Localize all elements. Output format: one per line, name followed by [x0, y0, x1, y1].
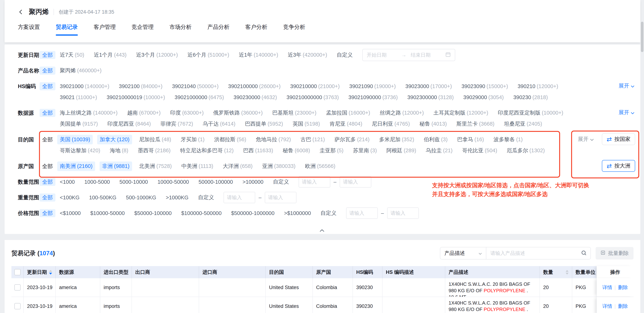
filter-option-chip[interactable]: 洪都拉斯(56): [214, 136, 246, 143]
filter-option-chip[interactable]: 3902100(84000+): [119, 83, 162, 89]
filter-option-chip[interactable]: <$10000: [60, 210, 81, 216]
tab[interactable]: 产品分析: [207, 23, 230, 36]
quantity-min-input[interactable]: [299, 176, 330, 188]
filter-option-chip[interactable]: 自定义: [273, 178, 289, 186]
filter-option-chip[interactable]: 近1年(140000+): [239, 51, 278, 59]
filter-option-chip[interactable]: 越南(67000+): [127, 109, 161, 117]
destination-expand-link[interactable]: 展开: [578, 136, 594, 143]
filter-option-chip[interactable]: 墨西哥(2186): [138, 147, 170, 154]
filter-all-chip[interactable]: 全部: [40, 178, 56, 186]
filter-option-chip[interactable]: 39021(11000+): [60, 94, 97, 100]
filter-option-chip[interactable]: 孟加拉国(16000+): [326, 109, 370, 117]
filter-all-chip[interactable]: 全部: [40, 51, 56, 59]
filter-option-chip[interactable]: 秘鲁(4013): [420, 120, 447, 128]
filter-option-chip[interactable]: 39023090(15000+): [462, 83, 508, 89]
filter-option-chip[interactable]: 50000-100000: [198, 179, 233, 185]
filter-option-chip[interactable]: 近3个月(12000+): [136, 51, 178, 59]
filter-option-chip[interactable]: 肯尼亚(4804): [330, 120, 362, 128]
tab[interactable]: 客户分析: [245, 23, 267, 36]
filter-option-chip[interactable]: 坦桑尼亚(2405): [504, 120, 542, 128]
filter-all-chip[interactable]: 全部: [40, 82, 56, 90]
weight-min-input[interactable]: [224, 192, 255, 203]
filter-option-chip[interactable]: 中美洲(1113): [181, 163, 213, 170]
filter-option-chip[interactable]: 萨尔瓦多(214): [334, 136, 370, 143]
weight-max-input[interactable]: [265, 192, 296, 203]
filter-option-chip[interactable]: 波多黎各(1): [494, 136, 522, 143]
filter-option-chip[interactable]: $10000-50000: [90, 210, 125, 216]
filter-option-chip[interactable]: 亚洲(380033): [262, 163, 296, 170]
delete-link[interactable]: 删除: [618, 303, 628, 310]
row-checkbox[interactable]: [14, 303, 20, 309]
filter-option-chip[interactable]: 39023000(17000+): [405, 83, 452, 89]
filter-option-chip[interactable]: 390210000019(10000+): [106, 94, 165, 100]
filter-option-chip[interactable]: 10000-50000: [158, 179, 189, 185]
filter-option-chip[interactable]: $100000-500000: [181, 210, 222, 216]
filter-option-chip[interactable]: 非洲(9881): [100, 161, 132, 171]
filter-option-chip[interactable]: 北美洲(7528): [139, 163, 172, 170]
hs-code-expand-link[interactable]: 展开: [618, 82, 634, 90]
filter-option-chip[interactable]: 斯里兰卡(3668): [456, 120, 494, 128]
data-source-expand-link[interactable]: 展开: [618, 109, 634, 116]
search-input[interactable]: [490, 250, 579, 256]
search-icon[interactable]: [581, 250, 587, 257]
filter-option-chip[interactable]: 印度(63000+): [170, 109, 204, 117]
filter-option-chip[interactable]: 39021000000(6475): [174, 94, 224, 100]
filter-option-chip[interactable]: 39021000(140000+): [60, 83, 109, 89]
filter-option-chip[interactable]: 自定义: [198, 194, 214, 201]
tab[interactable]: 贸易记录: [56, 23, 78, 36]
filter-option-chip[interactable]: 伯利兹(3): [424, 136, 448, 143]
filter-option-chip[interactable]: 39021040(50000+): [172, 83, 218, 89]
filter-option-chip[interactable]: 厄瓜多尔(1302): [507, 147, 545, 154]
filter-option-chip[interactable]: 聚丙烯(460000+): [60, 67, 102, 74]
filter-option-chip[interactable]: 5000-10000: [120, 179, 148, 185]
filter-option-chip[interactable]: 大洋洲(658): [223, 163, 253, 170]
filter-option-chip[interactable]: >100000: [242, 179, 264, 185]
tab[interactable]: 客户管理: [94, 23, 116, 36]
filter-option-chip[interactable]: 乌干达(6414): [202, 120, 235, 128]
back-icon[interactable]: [18, 9, 24, 15]
filter-option-chip[interactable]: 390230(2818): [513, 94, 548, 100]
filter-option-chip[interactable]: 乌拉圭(21): [426, 147, 453, 154]
filter-option-chip[interactable]: 近3年(420000+): [288, 51, 327, 59]
tab[interactable]: 竞争分析: [283, 23, 305, 36]
filter-option-chip[interactable]: 390210(12000+): [518, 83, 558, 89]
sort-icon[interactable]: [49, 270, 52, 275]
filter-option-chip[interactable]: 巴基斯坦(23000+): [272, 109, 316, 117]
filter-option-chip[interactable]: 特立尼达和多巴哥(12): [180, 147, 234, 154]
column-quantity[interactable]: 数量: [540, 266, 572, 278]
filter-option-chip[interactable]: >$1000000: [284, 210, 311, 216]
filter-option-chip[interactable]: 巴拿马(16): [457, 136, 484, 143]
filter-option-chip[interactable]: 500-1000KG: [126, 195, 156, 201]
filter-option-chip[interactable]: 多米尼加(352): [379, 136, 414, 143]
filter-option-chip[interactable]: 丝绸之路(12000+): [380, 109, 424, 117]
filter-option-chip[interactable]: 哥斯达黎加(420): [60, 147, 100, 154]
filter-all-chip[interactable]: 全部: [40, 193, 56, 202]
price-max-input[interactable]: [387, 207, 419, 219]
filter-option-chip[interactable]: 39029000(3054): [463, 94, 504, 100]
filter-option-chip[interactable]: 牙买加(1): [181, 136, 204, 143]
filter-option-chip[interactable]: 英国(5198): [292, 120, 320, 128]
collapse-filters-button[interactable]: [312, 228, 332, 233]
filter-option-chip[interactable]: >1000KG: [166, 195, 188, 201]
filter-option-chip[interactable]: 海地(8): [110, 147, 128, 154]
filter-option-chip[interactable]: 圭亚那(5): [320, 147, 343, 154]
filter-option-chip[interactable]: 39021090(19000+): [349, 83, 396, 89]
detail-link[interactable]: 详情: [602, 303, 612, 310]
filter-option-chip[interactable]: $500000-1000000: [231, 210, 274, 216]
select-all-checkbox[interactable]: [14, 269, 20, 275]
search-field-select[interactable]: 产品描述: [440, 247, 486, 259]
by-country-button[interactable]: ⇄ 按国家: [602, 133, 635, 145]
filter-option-chip[interactable]: <1000: [60, 179, 75, 185]
filter-option-chip[interactable]: 美国提单(9157): [60, 120, 98, 128]
filter-option-chip[interactable]: 菲律宾(7672): [160, 120, 193, 128]
filter-option-chip[interactable]: 土耳其定制版(12000+): [433, 109, 488, 117]
filter-option-chip[interactable]: 390210000000(3763): [286, 94, 339, 100]
filter-option-chip[interactable]: 苏里南(3): [353, 147, 377, 154]
tab[interactable]: 方案设置: [18, 23, 40, 36]
filter-option-chip[interactable]: 自定义: [320, 210, 336, 217]
vertical-scrollbar[interactable]: [641, 22, 644, 52]
column-update-date[interactable]: 更新日期: [24, 266, 56, 278]
filter-option-chip[interactable]: 加拿大(120): [97, 135, 132, 144]
filter-all-chip[interactable]: 全部: [40, 67, 56, 75]
filter-option-chip[interactable]: 近1个月(443): [94, 51, 126, 59]
